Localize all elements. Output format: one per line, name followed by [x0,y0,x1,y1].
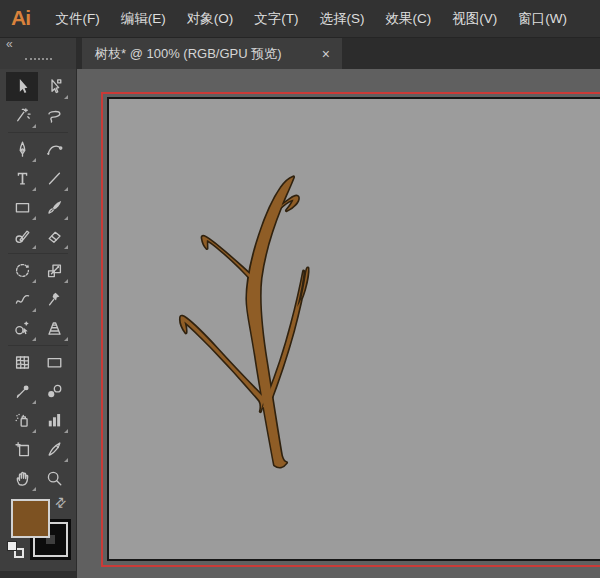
mesh-tool[interactable] [6,348,38,377]
menu-edit[interactable]: 编辑(E) [110,10,176,28]
zoom-tool[interactable] [38,464,70,493]
menu-select[interactable]: 选择(S) [309,10,375,28]
shaper-tool[interactable] [6,222,38,251]
fill-color-swatch[interactable] [11,499,50,538]
symbol-sprayer-tool[interactable] [6,406,38,435]
default-fill-square [7,541,17,551]
gradient-tool[interactable] [38,348,70,377]
paint-mode-strip [0,571,76,578]
document-tab-bar: 树枝* @ 100% (RGB/GPU 预览) × [77,38,600,69]
illustrator-logo: Ai [0,6,45,32]
canvas-pasteboard[interactable] [77,69,600,578]
shape-builder-tool[interactable] [6,314,38,343]
eraser-tool[interactable] [38,222,70,251]
tree-branch-artwork[interactable] [77,69,600,578]
main-area: ⇄ [0,69,600,578]
toolbar-drag-handle[interactable] [25,58,52,60]
selection-tool[interactable] [6,72,38,101]
branch-fill-pass [181,177,308,467]
color-wells: ⇄ [0,493,76,571]
menu-object[interactable]: 对象(O) [176,10,244,28]
menu-file[interactable]: 文件(F) [45,10,110,28]
menu-type[interactable]: 文字(T) [244,10,309,28]
slice-tool[interactable] [38,435,70,464]
column-graph-tool[interactable] [38,406,70,435]
tool-panel: ⇄ [0,69,77,578]
line-segment-tool[interactable] [38,164,70,193]
hand-tool[interactable] [6,464,38,493]
lasso-tool[interactable] [38,101,70,130]
tab-close-icon[interactable]: × [314,46,330,62]
toolbar-header: « [0,38,77,69]
scale-tool[interactable] [38,256,70,285]
menu-view[interactable]: 视图(V) [442,10,508,28]
artboard-tool[interactable] [6,435,38,464]
tool-grid [0,72,76,493]
menu-effect[interactable]: 效果(C) [375,10,442,28]
blend-tool[interactable] [38,377,70,406]
sub-bar: « 树枝* @ 100% (RGB/GPU 预览) × [0,38,600,69]
magic-wand-tool[interactable] [6,101,38,130]
default-fill-stroke-icon[interactable] [7,541,24,558]
eyedropper-tool[interactable] [6,377,38,406]
rectangle-tool[interactable] [6,193,38,222]
puppet-warp-tool[interactable] [38,285,70,314]
direct-selection-tool[interactable] [38,72,70,101]
width-tool[interactable] [6,285,38,314]
panel-collapse-icon[interactable]: « [6,38,13,51]
type-tool[interactable] [6,164,38,193]
menu-window[interactable]: 窗口(W) [508,10,578,28]
branch-outline-pass [181,177,308,467]
document-tab-title: 树枝* @ 100% (RGB/GPU 预览) [95,45,282,63]
paintbrush-tool[interactable] [38,193,70,222]
swap-fill-stroke-icon[interactable]: ⇄ [51,493,69,511]
pen-tool[interactable] [6,135,38,164]
rotate-tool[interactable] [6,256,38,285]
document-tab[interactable]: 树枝* @ 100% (RGB/GPU 预览) × [82,38,342,69]
menu-bar: Ai 文件(F) 编辑(E) 对象(O) 文字(T) 选择(S) 效果(C) 视… [0,0,600,38]
curvature-tool[interactable] [38,135,70,164]
perspective-grid-tool[interactable] [38,314,70,343]
